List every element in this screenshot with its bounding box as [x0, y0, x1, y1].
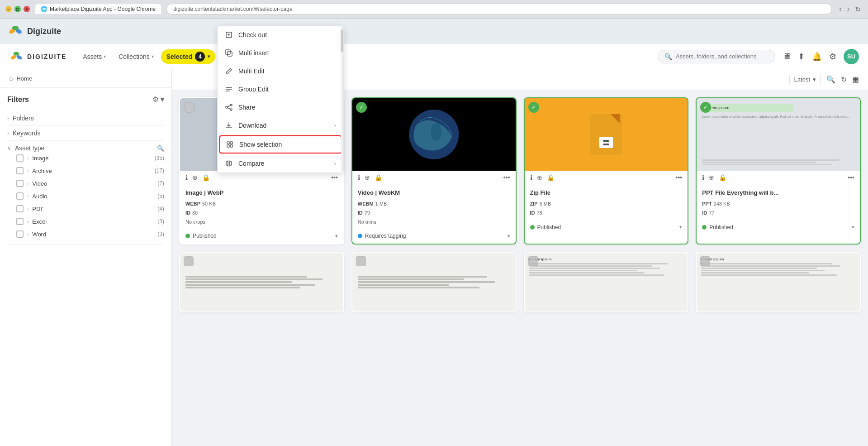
video-expand-icon[interactable]: › — [27, 181, 28, 186]
svg-rect-18 — [226, 50, 230, 54]
card-77-insert-button[interactable]: ⊕ — [709, 174, 714, 181]
filter-settings-button[interactable]: ⚙ ▾ — [152, 95, 164, 104]
status-chevron-icon[interactable]: ▾ — [335, 233, 338, 239]
card-78-info-button[interactable]: ℹ — [530, 174, 532, 181]
address-bar[interactable]: digizuite.contentstackmarket.com/#/selec… — [166, 4, 832, 14]
image-checkbox[interactable] — [16, 154, 24, 162]
dropdown-item-checkout[interactable]: Check out — [218, 26, 343, 44]
dropdown-scrollbar-thumb — [341, 29, 343, 52]
asset-card-77[interactable]: ✓ Lorem ipsum Lorem ipsum dolor sit amet… — [696, 97, 861, 245]
card-79-insert-button[interactable]: ⊕ — [365, 174, 370, 181]
card-80-lock-button[interactable]: 🔒 — [202, 174, 210, 181]
card-80-more-button[interactable]: ••• — [331, 174, 338, 181]
sort-dropdown[interactable]: Latest ▾ — [789, 74, 821, 85]
asset-card-b4[interactable]: Lorem ipsum — [696, 252, 861, 312]
selected-count-badge: 4 — [195, 52, 205, 62]
settings-icon-button[interactable]: ⚙ — [829, 52, 836, 62]
card-77-more-button[interactable]: ••• — [848, 174, 854, 181]
user-avatar[interactable]: SU — [844, 49, 859, 64]
tab-favicon: 🌐 — [41, 6, 47, 12]
dropdown-item-group-edit[interactable]: Group Edit — [218, 80, 343, 98]
refresh-button[interactable]: ↻ — [841, 75, 847, 84]
card-77-info-button[interactable]: ℹ — [702, 174, 704, 181]
sidebar-item-folders[interactable]: › Folders — [7, 111, 164, 126]
card-79-select-checkbox[interactable]: ✓ — [356, 102, 367, 113]
search-box[interactable]: 🔍 — [658, 50, 775, 63]
notification-icon-button[interactable]: 🔔 — [812, 52, 822, 62]
asset-card-b2[interactable] — [351, 252, 517, 312]
card-b4-select-checkbox[interactable] — [700, 256, 710, 266]
card-80-body: Image | WebP WEBP50 KB ID80 No crops — [180, 185, 343, 231]
card-79-title: Video | WebKM — [358, 189, 510, 196]
upload-icon-button[interactable]: ⬆ — [798, 52, 805, 62]
word-expand-icon[interactable]: › — [27, 232, 28, 237]
search-toggle-button[interactable]: 🔍 — [826, 75, 835, 84]
card-78-meta: ZIP5 MB ID78 — [530, 200, 683, 218]
audio-count: (5) — [157, 193, 164, 199]
archive-expand-icon[interactable]: › — [27, 168, 28, 173]
card-b1-select-checkbox[interactable] — [184, 256, 194, 266]
card-78-lock-button[interactable]: 🔒 — [547, 174, 555, 181]
sort-chevron-icon: ▾ — [813, 76, 816, 83]
asset-card-b3[interactable]: Lorem ipsum — [524, 252, 689, 312]
excel-checkbox[interactable] — [16, 218, 24, 225]
card-79-info-button[interactable]: ℹ — [358, 174, 360, 181]
browser-back-button[interactable]: ‹ — [837, 4, 843, 14]
card-78-status-chevron-icon[interactable]: ▾ — [679, 224, 682, 230]
nav-assets[interactable]: Assets ▾ — [77, 50, 111, 63]
image-expand-icon[interactable]: › — [27, 156, 28, 161]
dropdown-item-download[interactable]: Download › — [218, 116, 343, 134]
svg-rect-19 — [228, 52, 232, 56]
browser-refresh-button[interactable]: ↻ — [853, 4, 863, 14]
browser-forward-button[interactable]: › — [845, 4, 851, 14]
collections-chevron-icon: ▾ — [152, 54, 154, 59]
show-selection-label: Show selection — [239, 141, 335, 148]
sidebar-item-keywords[interactable]: › Keywords — [7, 126, 164, 141]
asset-type-search-icon[interactable]: 🔍 — [157, 145, 164, 152]
word-checkbox[interactable] — [16, 230, 24, 238]
card-79-lock-button[interactable]: 🔒 — [375, 174, 382, 181]
nav-search-area: 🔍 🖥 ⬆ 🔔 ⚙ SU — [658, 49, 859, 64]
card-80-info-button[interactable]: ℹ — [185, 174, 188, 181]
pdf-expand-icon[interactable]: › — [27, 206, 28, 211]
archive-checkbox[interactable] — [16, 167, 24, 174]
card-79-more-button[interactable]: ••• — [503, 174, 510, 181]
dropdown-item-multi-edit[interactable]: Multi Edit — [218, 62, 343, 80]
asset-card-b1[interactable] — [179, 252, 344, 312]
card-b3-select-checkbox[interactable] — [528, 256, 538, 266]
asset-card-78[interactable]: ✓ ℹ ⊕ 🔒 ••• Zip File — [524, 97, 689, 245]
audio-expand-icon[interactable]: › — [27, 194, 28, 199]
nav-collections[interactable]: Collections ▾ — [113, 50, 159, 63]
audio-checkbox[interactable] — [16, 192, 24, 200]
svg-point-5 — [14, 52, 19, 55]
pdf-checkbox[interactable] — [16, 205, 24, 212]
dropdown-item-multi-insert[interactable]: Multi insert — [218, 44, 343, 62]
search-input[interactable] — [676, 53, 768, 60]
card-77-status-chevron-icon[interactable]: ▾ — [852, 224, 854, 230]
asset-card-79[interactable]: ✓ ℹ ⊕ 🔒 ••• Video | WebKM — [351, 97, 517, 245]
card-79-status-chevron-icon[interactable]: ▾ — [508, 233, 510, 239]
card-80-insert-button[interactable]: ⊕ — [192, 174, 198, 181]
dropdown-item-compare[interactable]: Compare › — [218, 154, 343, 173]
excel-expand-icon[interactable]: › — [27, 219, 28, 224]
card-80-title: Image | WebP — [185, 189, 338, 196]
nav-selected-button[interactable]: Selected 4 ▾ — [161, 49, 216, 64]
monitor-icon-button[interactable]: 🖥 — [783, 52, 791, 61]
share-label: Share — [238, 104, 336, 111]
dropdown-item-share[interactable]: Share — [218, 98, 343, 116]
sidebar-home-nav[interactable]: ⌂ Home — [0, 69, 171, 88]
dropdown-item-show-selection[interactable]: Show selection — [219, 135, 342, 153]
close-button[interactable]: × — [24, 6, 30, 12]
card-78-more-button[interactable]: ••• — [676, 174, 683, 181]
keywords-expand-icon: › — [7, 130, 9, 136]
maximize-button[interactable]: □ — [14, 6, 21, 12]
minimize-button[interactable]: − — [5, 6, 12, 12]
card-78-insert-button[interactable]: ⊕ — [537, 174, 542, 181]
audio-label: Audio — [32, 193, 47, 200]
video-checkbox[interactable] — [16, 180, 24, 187]
card-78-select-checkbox[interactable]: ✓ — [528, 102, 539, 113]
browser-tab[interactable]: 🌐 Marketplace Digizuite App - Google Chr… — [35, 4, 161, 14]
card-b2-select-checkbox[interactable] — [356, 256, 366, 266]
sparkle-icon-button[interactable]: ✦ — [852, 75, 859, 85]
card-77-lock-button[interactable]: 🔒 — [719, 174, 726, 181]
